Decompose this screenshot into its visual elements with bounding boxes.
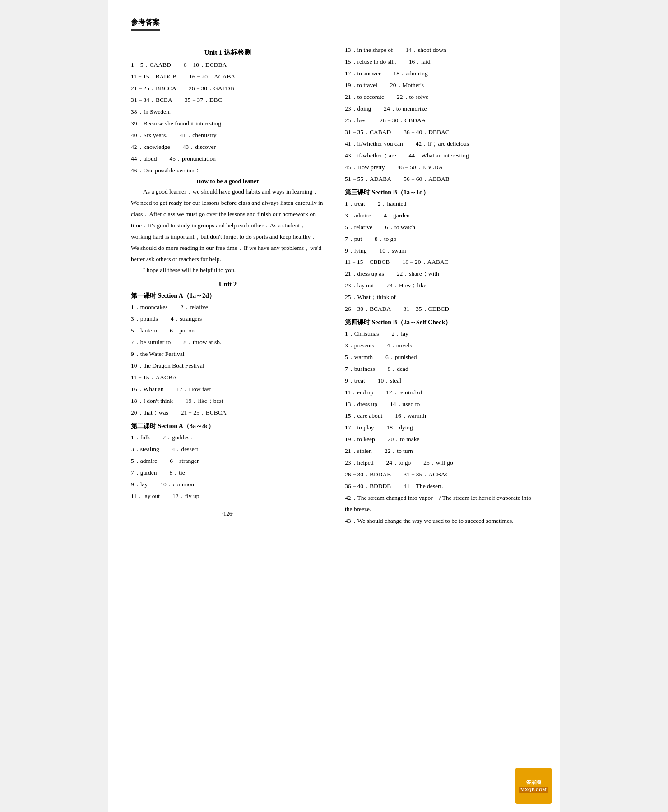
unit1-answers: 1－5．CAABD 6－10．DCDBA11－15．BADCB 16－20．AC… [131, 60, 325, 176]
essay-paragraph: I hope all these will be helpful to you. [131, 265, 325, 276]
left-column: Unit 1 达标检测 1－5．CAABD 6－10．DCDBA11－15．BA… [131, 45, 334, 527]
answer-line: 43．We should change the way we used to b… [345, 516, 537, 527]
answer-line: 17．to answer 18．admiring [345, 68, 537, 79]
essay-content: As a good learner，we should have good ha… [131, 186, 325, 277]
answer-line: 51－55．ADABA 56－60．ABBAB [345, 174, 537, 185]
answer-line: 21－25．BBCCA 26－30．GAFDB [131, 83, 325, 94]
answer-line: 43．if/whether；are 44．What an interesting [345, 150, 537, 161]
answer-line: 9．the Water Festival [131, 349, 325, 360]
answer-line: 36－40．BDDDB 41．The desert. [345, 481, 537, 492]
essay-paragraph: As a good learner，we should have good ha… [131, 186, 325, 265]
ke1-title: 第一课时 Section A（1a～2d） [131, 292, 325, 300]
right-column: 13．in the shape of 14．shoot down15．refus… [334, 45, 537, 527]
answer-line: 16．What an 17．How fast [131, 384, 325, 395]
answer-line: 21．dress up as 22．share；with [345, 268, 537, 280]
answer-line: 10．the Dragon Boat Festival [131, 360, 325, 372]
answer-line: 23．doing 24．to memorize [345, 103, 537, 115]
answer-line: 26－30．BDDAB 31－35．ACBAC [345, 469, 537, 480]
ke3-answers: 1．treat 2．haunted3．admire 4．garden5．rela… [345, 198, 537, 315]
answer-line: 11．end up 12．remind of [345, 387, 537, 398]
answer-line: 15．care about 16．warmth [345, 411, 537, 422]
ke4-answers: 1．Christmas 2．lay3．presents 4．novels5．wa… [345, 328, 537, 526]
answer-line: 11．lay out 12．fly up [131, 491, 325, 502]
answer-line: 25．best 26－30．CBDAA [345, 115, 537, 126]
answer-line: 7．put 8．to go [345, 234, 537, 245]
watermark: 答案圈 MXQE.COM [515, 768, 552, 804]
ke1-answers: 1．mooncakes 2．relative3．pounds 4．strange… [131, 302, 325, 419]
answer-line: 7．be similar to 8．throw at sb. [131, 337, 325, 348]
answer-line: 19．to keep 20．to make [345, 434, 537, 445]
answer-line: 3．admire 4．garden [345, 210, 537, 221]
answer-line: 9．lay 10．common [131, 479, 325, 490]
answer-line: 7．garden 8．tie [131, 467, 325, 479]
answer-line: 39．Because she found it interesting. [131, 118, 325, 129]
ke2-title: 第二课时 Section A（3a～4c） [131, 422, 325, 430]
answer-line: 31－34．BCBA 35－37．DBC [131, 95, 325, 106]
answer-line: 1．treat 2．haunted [345, 198, 537, 210]
answer-line: 46．One possible version： [131, 165, 325, 176]
answer-line: 23．helped 24．to go 25．will go [345, 457, 537, 469]
answer-line: 18．I don't think 19．like；best [131, 396, 325, 407]
answer-line: 40．Six years. 41．chemistry [131, 130, 325, 141]
answer-line: 3．presents 4．novels [345, 340, 537, 351]
answer-line: 11－15．CBBCB 16－20．AABAC [345, 257, 537, 268]
unit2-title: Unit 2 [131, 281, 325, 288]
answer-line: 17．to play 18．dying [345, 422, 537, 434]
answer-line: 42．knowledge 43．discover [131, 142, 325, 153]
answer-line: 25．What；think of [345, 292, 537, 303]
answer-line: 5．relative 6．to watch [345, 222, 537, 233]
answer-line: 44．aloud 45．pronunciation [131, 153, 325, 165]
answer-line: 1．mooncakes 2．relative [131, 302, 325, 313]
answer-line: 23．lay out 24．How；like [345, 280, 537, 291]
watermark-top: 答案圈 [526, 779, 541, 785]
ke2-answers: 1．folk 2．goddess3．stealing 4．dessert5．ad… [131, 432, 325, 502]
answer-line: 11－15．BADCB 16－20．ACABA [131, 71, 325, 83]
answer-line: 11－15．AACBA [131, 372, 325, 383]
answer-line: 1－5．CAABD 6－10．DCDBA [131, 60, 325, 71]
right-block1: 13．in the shape of 14．shoot down15．refus… [345, 45, 537, 185]
page: 参考答案 Unit 1 达标检测 1－5．CAABD 6－10．DCDBA11－… [108, 0, 560, 812]
watermark-bottom: MXQE.COM [519, 787, 548, 793]
answer-line: 13．in the shape of 14．shoot down [345, 45, 537, 56]
answer-line: 9．treat 10．steal [345, 375, 537, 387]
answer-line: 1．folk 2．goddess [131, 432, 325, 443]
answer-line: 3．pounds 4．strangers [131, 314, 325, 325]
answer-line: 45．How pretty 46－50．EBCDA [345, 162, 537, 173]
answer-line: 26－30．BCADA 31－35．CDBCD [345, 304, 537, 315]
answer-line: 13．dress up 14．used to [345, 399, 537, 410]
answer-line: 21．to decorate 22．to solve [345, 92, 537, 103]
answer-line: 9．lying 10．swam [345, 245, 537, 257]
page-header: 参考答案 [131, 18, 160, 31]
answer-line: 3．stealing 4．dessert [131, 444, 325, 455]
answer-line: 1．Christmas 2．lay [345, 328, 537, 340]
answer-line: 38．In Sweden. [131, 106, 325, 118]
main-content: Unit 1 达标检测 1－5．CAABD 6－10．DCDBA11－15．BA… [131, 45, 537, 527]
answer-line: 5．warmth 6．punished [345, 352, 537, 363]
answer-line: 20．that；was 21－25．BCBCA [131, 407, 325, 419]
answer-line: 21．stolen 22．to turn [345, 446, 537, 457]
answer-line: 31－35．CABAD 36－40．DBBAC [345, 127, 537, 138]
page-number: ·126· [131, 510, 325, 517]
answer-line: 19．to travel 20．Mother's [345, 80, 537, 91]
answer-line: 7．business 8．dead [345, 364, 537, 375]
ke3-title: 第三课时 Section B（1a～1d） [345, 189, 537, 197]
answer-line: 5．lantern 6．put on [131, 325, 325, 337]
answer-line: 15．refuse to do sth. 16．laid [345, 56, 537, 68]
unit1-title: Unit 1 达标检测 [131, 48, 325, 57]
answer-line: 5．admire 6．stranger [131, 456, 325, 467]
answer-line: 42．The stream changed into vapor．/ The s… [345, 493, 537, 515]
answer-line: 41．if/whether you can 42．if；are deliciou… [345, 138, 537, 150]
ke4-title: 第四课时 Section B（2a～Self Check） [345, 318, 537, 327]
essay-title: How to be a good leaner [131, 178, 325, 185]
